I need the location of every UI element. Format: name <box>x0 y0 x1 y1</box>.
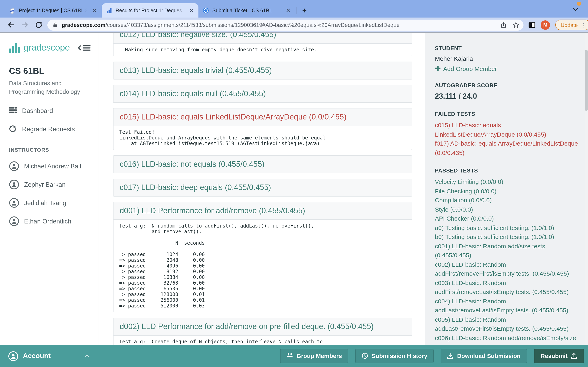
profile-avatar[interactable]: M <box>541 20 550 30</box>
resubmit-button[interactable]: Resubmit <box>534 349 584 363</box>
test-link[interactable]: c003) LLD-basic: Random addFirst/removeL… <box>435 278 579 297</box>
test-link[interactable]: c015) LLD-basic: equals LinkedListDeque/… <box>435 121 579 139</box>
chevron-up-icon <box>85 354 90 358</box>
test-link[interactable]: Style (0.0/0.0) <box>435 205 579 214</box>
page-scrollbar[interactable] <box>585 33 588 345</box>
lock-icon <box>52 22 58 28</box>
group-members-button[interactable]: Group Members <box>280 349 348 363</box>
tab-title: Project 1: Deques | CS 61BL Su <box>19 8 87 13</box>
test-card-title: c016) LLD-basic: not equals (0.455/0.455… <box>113 156 412 173</box>
person-icon <box>9 216 19 226</box>
url-path: /courses/403373/assignments/2114533/subm… <box>105 22 399 28</box>
sidebar-item-label: Regrade Requests <box>22 125 75 133</box>
sidebar-item-dashboard[interactable]: Dashboard <box>9 107 91 115</box>
update-label: Update <box>561 22 578 28</box>
test-result-card: c013) LLD-basic: equals trivial (0.455/0… <box>113 62 412 80</box>
person-icon <box>9 198 19 208</box>
test-card-title: c012) LLD-basic: negative size. (0.455/0… <box>113 33 412 44</box>
test-result-card: c014) LLD-basic: equals null (0.455/0.45… <box>113 85 412 103</box>
failed-tests-list: c015) LLD-basic: equals LinkedListDeque/… <box>435 121 579 157</box>
download-submission-button[interactable]: Download Submission <box>441 349 527 363</box>
test-link[interactable]: a0) Testing basic: sufficient testing. (… <box>435 223 579 233</box>
back-icon[interactable] <box>7 21 15 29</box>
student-name: Meher Kajaria <box>435 55 579 62</box>
instructor-name: Jedidiah Tsang <box>24 199 66 207</box>
instructors-list: Michael Andrew Ball Zephyr Barkan Jedidi… <box>9 161 91 226</box>
forward-icon[interactable] <box>21 21 29 29</box>
instructor-item[interactable]: Ethan Ordentlich <box>9 216 91 226</box>
new-tab-button[interactable]: + <box>299 6 310 16</box>
test-link[interactable]: c005) LLD-basic: Random addLast/removeFi… <box>435 315 579 333</box>
test-card-output: Test Failed! LinkedListDeque and ArrayDe… <box>113 126 412 150</box>
chevron-down-icon[interactable] <box>573 8 578 11</box>
test-card-output: Making sure removing from empty deque do… <box>113 44 412 56</box>
collapse-sidebar-icon[interactable] <box>78 45 91 51</box>
left-sidebar: gradescope CS 61BL Data Structures and P… <box>0 33 98 345</box>
test-link[interactable]: f017) AD-basic: equals ArrayDeque/Linked… <box>435 139 579 157</box>
tab-close-icon[interactable]: ✕ <box>285 7 292 13</box>
tab-submit-ticket[interactable]: Submit a Ticket - CS 61BL ✕ <box>199 3 295 17</box>
side-panel-icon[interactable] <box>528 22 535 28</box>
test-card-title: d002) LLD Performance for add/remove on … <box>113 318 412 336</box>
tab-project-1-deques[interactable]: Project 1: Deques | CS 61BL Su ✕ <box>5 3 102 17</box>
tabstrip-right <box>566 0 582 17</box>
instructor-item[interactable]: Zephyr Barkan <box>9 179 91 190</box>
test-result-card: d001) LLD Performance for add/remove (0.… <box>113 202 412 312</box>
failed-tests-header: FAILED TESTS <box>435 111 579 117</box>
instructor-name: Michael Andrew Ball <box>24 162 81 170</box>
test-card-title: c015) LLD-basic: equals LinkedListDeque/… <box>113 108 412 126</box>
person-icon <box>9 161 19 171</box>
browser-toolbar: gradescope.com/courses/403373/assignment… <box>0 17 588 32</box>
plus-icon: ✚ <box>435 65 441 72</box>
reload-icon[interactable] <box>35 21 43 29</box>
url-domain: gradescope.com <box>62 22 105 28</box>
instructor-name: Ethan Ordentlich <box>24 217 71 225</box>
instructor-name: Zephyr Barkan <box>24 181 66 188</box>
test-link[interactable]: API Checker (0.0/0.0) <box>435 214 579 223</box>
submission-summary-panel: STUDENT Meher Kajaria ✚ Add Group Member… <box>425 33 588 345</box>
download-icon <box>447 353 454 359</box>
account-menu[interactable]: Account <box>0 345 98 367</box>
tab-title: Submit a Ticket - CS 61BL <box>212 8 281 13</box>
test-result-card: d002) LLD Performance for add/remove on … <box>113 318 412 345</box>
toolbar-right: M Update ⋮ <box>528 20 588 30</box>
share-icon[interactable] <box>500 22 507 28</box>
test-card-title: c014) LLD-basic: equals null (0.455/0.45… <box>113 85 412 102</box>
course-name: Data Structures and Programming Methodol… <box>9 79 91 96</box>
footer-buttons: Group Members Submission History Downloa… <box>280 349 588 363</box>
test-link[interactable]: c006) LLD-basic: Random add/remove/isEmp… <box>435 333 579 345</box>
scrollbar-thumb[interactable] <box>585 50 588 111</box>
instructors-header: INSTRUCTORS <box>9 147 91 153</box>
tab-separator <box>296 7 296 14</box>
tab-close-icon[interactable]: ✕ <box>188 7 195 13</box>
tab-close-icon[interactable]: ✕ <box>91 7 98 13</box>
instructor-item[interactable]: Jedidiah Tsang <box>9 198 91 208</box>
test-link[interactable]: Velocity Limiting (0.0/0.0) <box>435 177 579 187</box>
passed-tests-list: Velocity Limiting (0.0/0.0)File Checking… <box>435 177 579 345</box>
test-link[interactable]: c001) LLD-basic: Random add/size tests. … <box>435 242 579 260</box>
test-result-cards: c012) LLD-basic: negative size. (0.455/0… <box>113 33 412 345</box>
add-group-member-link[interactable]: ✚ Add Group Member <box>435 65 579 72</box>
test-link[interactable]: b0) Testing basic: sufficient testing. (… <box>435 233 579 242</box>
test-link[interactable]: Compilation (0.0/0.0) <box>435 196 579 205</box>
test-link[interactable]: c004) LLD-basic: Random addLast/removeLa… <box>435 297 579 315</box>
test-result-card: c012) LLD-basic: negative size. (0.455/0… <box>113 33 412 56</box>
test-result-card: c016) LLD-basic: not equals (0.455/0.455… <box>113 155 412 173</box>
update-button[interactable]: Update ⋮ <box>555 20 588 30</box>
submission-history-button[interactable]: Submission History <box>355 349 434 363</box>
tab-results-active[interactable]: Results for Project 1: Deques | ( ✕ <box>102 3 199 17</box>
test-results-main: c012) LLD-basic: negative size. (0.455/0… <box>98 33 425 345</box>
sidebar-item-label: Dashboard <box>22 107 53 114</box>
sidebar-item-regrade-requests[interactable]: Regrade Requests <box>9 125 91 133</box>
gradescope-logo-text[interactable]: gradescope <box>24 42 70 53</box>
browser-menu-icon[interactable]: ⋮ <box>581 22 586 27</box>
upload-icon <box>571 353 577 359</box>
bookmark-star-icon[interactable] <box>512 21 519 28</box>
test-card-title: c017) LLD-basic: deep equals (0.455/0.45… <box>113 179 412 196</box>
url-address-bar[interactable]: gradescope.com/courses/403373/assignment… <box>47 19 523 30</box>
page-content: gradescope CS 61BL Data Structures and P… <box>0 33 588 345</box>
test-link[interactable]: File Checking (0.0/0.0) <box>435 187 579 196</box>
test-card-output: Test a-g: N random calls to addFirst(), … <box>113 220 412 312</box>
instructor-item[interactable]: Michael Andrew Ball <box>9 161 91 171</box>
test-link[interactable]: c002) LLD-basic: Random addFirst/removeF… <box>435 260 579 278</box>
